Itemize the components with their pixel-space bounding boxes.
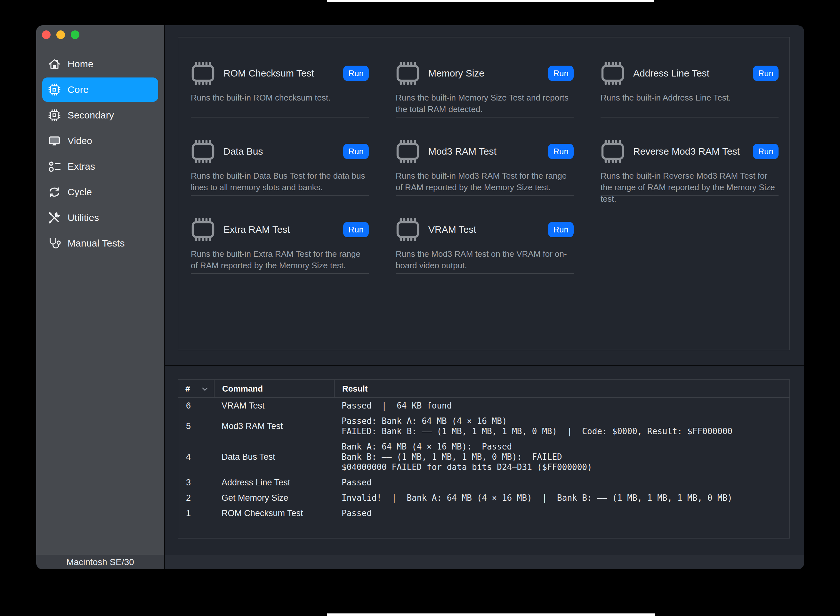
row-number: 4 bbox=[178, 452, 214, 462]
column-header-result[interactable]: Result bbox=[334, 380, 789, 397]
sidebar-item-cycle[interactable]: Cycle bbox=[42, 180, 158, 204]
row-result: Bank A: 64 MB (4 × 16 MB): Passed Bank B… bbox=[334, 441, 789, 472]
run-button[interactable]: Run bbox=[753, 144, 778, 159]
column-header-command[interactable]: Command bbox=[214, 380, 334, 397]
sidebar-item-extras[interactable]: Extras bbox=[42, 154, 158, 179]
sidebar-item-secondary[interactable]: Secondary bbox=[42, 103, 158, 128]
test-title: Address Line Test bbox=[633, 68, 710, 79]
row-result: Passed bbox=[334, 508, 789, 518]
row-command: Mod3 RAM Test bbox=[214, 421, 334, 431]
background-window-edge-top bbox=[327, 0, 654, 2]
row-number: 6 bbox=[178, 401, 214, 411]
cpu-chip-icon bbox=[47, 83, 62, 97]
run-button[interactable]: Run bbox=[548, 144, 574, 159]
sidebar-item-label: Home bbox=[67, 59, 94, 69]
test-description: Runs the built-in ROM checksum test. bbox=[191, 92, 369, 103]
ram-chip-icon bbox=[396, 139, 420, 164]
test-card-memory-size: Memory Size Run Runs the built-in Memory… bbox=[396, 56, 574, 134]
sidebar-item-label: Utilities bbox=[67, 212, 99, 223]
test-description: Runs the built-in Address Line Test. bbox=[601, 92, 778, 103]
row-command: Data Bus Test bbox=[214, 452, 334, 462]
test-title: ROM Checksum Test bbox=[223, 68, 314, 79]
row-command: Get Memory Size bbox=[214, 493, 334, 503]
row-command: VRAM Test bbox=[214, 401, 334, 411]
row-command: Address Line Test bbox=[214, 478, 334, 488]
chevron-down-icon bbox=[201, 387, 208, 392]
repeat-arrows-icon bbox=[47, 185, 62, 199]
ram-chip-icon bbox=[191, 217, 215, 242]
table-row[interactable]: 1 ROM Checksum Test Passed bbox=[178, 506, 789, 521]
row-number: 2 bbox=[178, 493, 214, 503]
test-description: Runs the built-in Memory Size Test and r… bbox=[396, 92, 574, 115]
test-card-data-bus: Data Bus Run Runs the built-in Data Bus … bbox=[191, 134, 369, 212]
close-window-button[interactable] bbox=[42, 31, 51, 39]
test-title: Data Bus bbox=[223, 146, 263, 157]
sidebar-item-label: Video bbox=[67, 135, 92, 146]
table-row[interactable]: 5 Mod3 RAM Test Passed: Bank A: 64 MB (4… bbox=[178, 413, 789, 439]
test-title: Extra RAM Test bbox=[223, 224, 290, 235]
test-title: Mod3 RAM Test bbox=[428, 146, 497, 157]
sidebar-item-home[interactable]: Home bbox=[42, 52, 158, 76]
display-icon bbox=[47, 134, 62, 148]
run-button[interactable]: Run bbox=[548, 222, 574, 237]
sidebar-item-label: Manual Tests bbox=[67, 238, 125, 249]
row-command: ROM Checksum Test bbox=[214, 509, 334, 518]
ram-chip-icon bbox=[396, 61, 420, 85]
row-result: Passed bbox=[334, 477, 789, 488]
sidebar-item-video[interactable]: Video bbox=[42, 129, 158, 153]
row-result: Passed | 64 KB found bbox=[334, 400, 789, 411]
content-footer-bar bbox=[165, 555, 804, 569]
test-description: Runs the Mod3 RAM test on the VRAM for o… bbox=[396, 248, 574, 271]
test-card-rom-checksum: ROM Checksum Test Run Runs the built-in … bbox=[191, 56, 369, 134]
minimize-window-button[interactable] bbox=[56, 31, 65, 39]
checklist-icon bbox=[47, 160, 62, 173]
table-row[interactable]: 6 VRAM Test Passed | 64 KB found bbox=[178, 398, 789, 413]
ram-chip-icon bbox=[601, 139, 625, 164]
ram-chip-icon bbox=[191, 139, 215, 164]
table-row[interactable]: 3 Address Line Test Passed bbox=[178, 475, 789, 490]
sidebar-item-utilities[interactable]: Utilities bbox=[42, 205, 158, 230]
app-window: Home Core bbox=[36, 25, 804, 569]
test-card-mod3-ram: Mod3 RAM Test Run Runs the built-in Mod3… bbox=[396, 134, 574, 212]
zoom-window-button[interactable] bbox=[71, 31, 79, 39]
table-row[interactable]: 2 Get Memory Size Invalid! | Bank A: 64 … bbox=[178, 490, 789, 506]
sidebar-item-label: Secondary bbox=[67, 110, 114, 121]
ram-chip-icon bbox=[191, 61, 215, 85]
run-button[interactable]: Run bbox=[548, 66, 574, 81]
run-button[interactable]: Run bbox=[343, 66, 369, 81]
test-title: Reverse Mod3 RAM Test bbox=[633, 146, 740, 157]
test-title: Memory Size bbox=[428, 68, 484, 79]
row-result: Invalid! | Bank A: 64 MB (4 × 16 MB) | B… bbox=[334, 493, 789, 503]
sidebar-item-label: Cycle bbox=[67, 187, 92, 198]
tests-panel: ROM Checksum Test Run Runs the built-in … bbox=[178, 37, 790, 350]
ram-chip-icon bbox=[601, 61, 625, 85]
row-number: 1 bbox=[178, 509, 214, 518]
ram-chip-icon bbox=[396, 217, 420, 242]
row-number: 3 bbox=[178, 478, 214, 488]
run-button[interactable]: Run bbox=[343, 222, 369, 237]
test-description: Runs the built-in Extra RAM Test for the… bbox=[191, 248, 369, 271]
cpu-chip-icon bbox=[47, 108, 62, 122]
table-row[interactable]: 4 Data Bus Test Bank A: 64 MB (4 × 16 MB… bbox=[178, 439, 789, 475]
test-card-extra-ram: Extra RAM Test Run Runs the built-in Ext… bbox=[191, 212, 369, 290]
content-split-divider bbox=[165, 365, 804, 366]
test-description: Runs the built-in Reverse Mod3 RAM Test … bbox=[601, 170, 778, 205]
test-title: VRAM Test bbox=[428, 224, 476, 235]
run-button[interactable]: Run bbox=[343, 144, 369, 159]
device-status-bar: Macintosh SE/30 bbox=[36, 555, 164, 569]
test-card-address-line: Address Line Test Run Runs the built-in … bbox=[601, 56, 778, 134]
column-header-number[interactable]: # bbox=[178, 380, 214, 397]
row-number: 5 bbox=[178, 421, 214, 431]
tools-icon bbox=[47, 211, 62, 225]
test-description: Runs the built-in Data Bus Test for the … bbox=[191, 170, 369, 193]
test-description: Runs the built-in Mod3 RAM Test for the … bbox=[396, 170, 574, 193]
sidebar-item-core[interactable]: Core bbox=[42, 78, 158, 102]
sidebar-item-label: Extras bbox=[67, 161, 95, 172]
stethoscope-icon bbox=[47, 236, 62, 250]
row-result: Passed: Bank A: 64 MB (4 × 16 MB) FAILED… bbox=[334, 416, 789, 436]
sidebar-item-manual-tests[interactable]: Manual Tests bbox=[42, 231, 158, 255]
background-window-edge-bottom bbox=[327, 613, 655, 616]
test-card-vram: VRAM Test Run Runs the Mod3 RAM test on … bbox=[396, 212, 574, 290]
desktop: { "labels": { "run": "Run" }, "footer": … bbox=[0, 0, 840, 616]
run-button[interactable]: Run bbox=[753, 66, 778, 81]
